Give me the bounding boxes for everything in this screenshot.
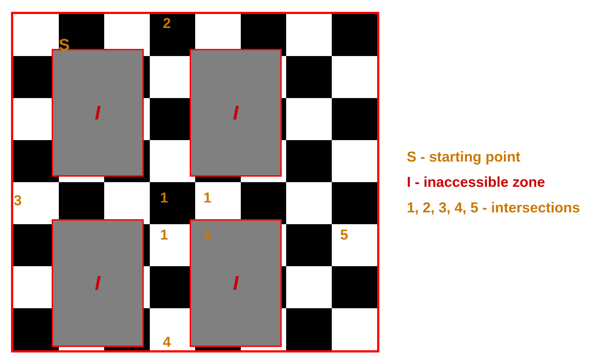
cell-4-2 xyxy=(104,182,150,224)
legend-i: I - inaccessible zone xyxy=(407,173,580,190)
legend: S - starting point I - inaccessible zone… xyxy=(407,148,580,216)
intersection-5-label: 5 xyxy=(340,227,348,242)
cell-0-7 xyxy=(332,14,377,56)
starting-point-label: S xyxy=(59,37,70,53)
intersection-4-label: 4 xyxy=(163,335,171,349)
cell-0-6 xyxy=(286,14,332,56)
cell-2-7 xyxy=(332,98,377,140)
inaccessible-zone-bl: I xyxy=(52,219,144,347)
zone-label-tr: I xyxy=(233,101,238,124)
cell-1-3 xyxy=(150,56,195,98)
cell-6-7 xyxy=(332,266,377,308)
board-wrapper: I I I I S 2 3 1 1 1 1 5 4 xyxy=(5,6,385,358)
cell-3-3 xyxy=(150,140,195,182)
legend-n: 1, 2, 3, 4, 5 - intersections xyxy=(407,199,580,216)
cell-7-6 xyxy=(286,308,332,350)
cell-6-3 xyxy=(150,266,195,308)
cell-6-6 xyxy=(286,266,332,308)
cell-5-6 xyxy=(286,224,332,266)
intersection-2-label: 2 xyxy=(163,16,171,30)
cell-7-3 xyxy=(150,308,195,350)
cell-4-5 xyxy=(241,182,286,224)
intersection-3-label: 3 xyxy=(14,193,22,207)
zone-label-bl: I xyxy=(95,272,100,294)
inaccessible-zone-tl: I xyxy=(52,49,144,177)
zone-label-br: I xyxy=(233,272,238,294)
cell-3-7 xyxy=(332,140,377,182)
zone-label-tl: I xyxy=(95,101,100,124)
intersection-1b-label: 1 xyxy=(203,190,211,205)
cell-2-3 xyxy=(150,98,195,140)
inaccessible-zone-tr: I xyxy=(190,49,282,177)
cell-4-6 xyxy=(286,182,332,224)
cell-4-7 xyxy=(332,182,377,224)
cell-5-7 xyxy=(332,224,377,266)
cell-4-1 xyxy=(59,182,104,224)
cell-1-7 xyxy=(332,56,377,98)
cell-0-3 xyxy=(150,14,195,56)
cell-5-3 xyxy=(150,224,195,266)
cell-1-6 xyxy=(286,56,332,98)
intersection-1a-label: 1 xyxy=(160,190,168,205)
cell-4-4 xyxy=(195,182,241,224)
legend-s: S - starting point xyxy=(407,148,580,165)
cell-4-3 xyxy=(150,182,195,224)
cell-2-6 xyxy=(286,98,332,140)
intersection-1d-label: 1 xyxy=(203,227,211,242)
main-container: I I I I S 2 3 1 1 1 1 5 4 S - starting p… xyxy=(0,0,605,364)
cell-3-6 xyxy=(286,140,332,182)
cell-7-7 xyxy=(332,308,377,350)
intersection-1c-label: 1 xyxy=(160,227,168,242)
